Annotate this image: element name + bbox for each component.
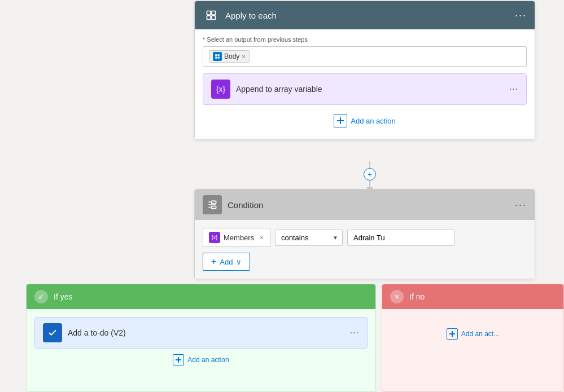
append-array-title: Append to array variable xyxy=(236,85,509,94)
add-action-label: Add an action xyxy=(351,117,396,125)
branch-no-add-action-row: Add an act... xyxy=(390,328,556,340)
branch-no-close-icon: × xyxy=(390,290,404,303)
branch-yes-add-action-row: Add an action xyxy=(34,354,368,365)
body-tag-text: Body xyxy=(224,52,239,60)
connector-plus-button[interactable]: + xyxy=(364,168,376,180)
branch-yes: ✓ If yes Add a to-do (V2) ··· xyxy=(26,284,376,392)
apply-to-each-icon xyxy=(203,7,220,24)
members-tag: {x} Members × xyxy=(203,228,270,247)
condition-menu[interactable]: ··· xyxy=(515,199,527,211)
append-array-action: {x} Append to array variable ··· xyxy=(203,73,527,105)
add-action-row: Add an action xyxy=(203,114,527,130)
branch-no-add-action-button[interactable]: Add an act... xyxy=(447,328,499,340)
apply-to-each-menu[interactable]: ··· xyxy=(515,10,527,21)
svg-rect-10 xyxy=(211,201,216,203)
field-label: * Select an output from previous steps xyxy=(203,36,527,43)
svg-rect-4 xyxy=(215,54,217,56)
branch-no-body: Add an act... xyxy=(382,309,563,347)
apply-to-each-card: Apply to each ··· * Select an output fro… xyxy=(194,1,535,139)
branch-no: × If no Add an act... xyxy=(382,284,564,392)
body-tag-icon xyxy=(213,52,222,61)
add-condition-icon: + xyxy=(211,257,216,267)
branch-yes-body: Add a to-do (V2) ··· Add an action xyxy=(27,309,375,373)
branch-no-header: × If no xyxy=(382,284,563,309)
condition-body: {x} Members × contains equals starts wit… xyxy=(195,220,535,279)
add-condition-button[interactable]: + Add ∨ xyxy=(203,253,250,271)
connector-top: + xyxy=(364,161,376,192)
branch-yes-check-icon: ✓ xyxy=(34,290,48,303)
members-tag-icon: {x} xyxy=(209,232,220,243)
add-action-icon xyxy=(334,114,347,127)
members-tag-text: Members xyxy=(224,234,254,242)
branch-no-title: If no xyxy=(409,292,425,301)
todo-action-card: Add a to-do (V2) ··· xyxy=(34,317,368,349)
svg-rect-2 xyxy=(207,16,211,20)
members-icon-label: {x} xyxy=(212,235,218,240)
condition-row: {x} Members × contains equals starts wit… xyxy=(203,228,527,247)
svg-rect-3 xyxy=(212,16,216,20)
add-condition-chevron: ∨ xyxy=(236,258,242,266)
connector-line-top xyxy=(369,161,370,168)
members-tag-close[interactable]: × xyxy=(260,234,263,241)
branch-yes-add-icon xyxy=(173,354,184,365)
condition-icon xyxy=(203,195,222,214)
svg-rect-15 xyxy=(449,333,455,334)
output-tag-input[interactable]: Body × xyxy=(203,46,527,67)
svg-rect-1 xyxy=(212,11,216,15)
body-tag-close[interactable]: × xyxy=(242,53,245,60)
apply-to-each-title: Apply to each xyxy=(225,11,515,20)
branch-yes-header: ✓ If yes xyxy=(27,284,375,309)
apply-to-each-header: Apply to each ··· xyxy=(195,1,535,29)
branch-no-add-icon xyxy=(447,328,458,340)
append-icon-label: {x} xyxy=(216,85,225,94)
branch-yes-title: If yes xyxy=(54,292,72,301)
branch-yes-add-action-button[interactable]: Add an action xyxy=(173,354,229,365)
todo-action-title: Add a to-do (V2) xyxy=(68,328,350,337)
svg-rect-9 xyxy=(337,120,344,121)
append-array-menu[interactable]: ··· xyxy=(509,84,518,94)
add-action-button[interactable]: Add an action xyxy=(334,114,396,127)
operator-select[interactable]: contains equals starts with xyxy=(275,230,343,246)
add-condition-row: + Add ∨ xyxy=(203,253,527,271)
branch-yes-add-label: Add an action xyxy=(187,356,229,364)
body-tag: Body × xyxy=(209,50,250,63)
svg-rect-6 xyxy=(215,57,217,59)
condition-value-input[interactable] xyxy=(347,230,454,246)
condition-card: Condition ··· {x} Members × contains equ… xyxy=(194,189,535,279)
todo-action-menu[interactable]: ··· xyxy=(350,328,359,338)
svg-rect-0 xyxy=(207,11,211,15)
svg-rect-5 xyxy=(218,54,220,56)
add-condition-label: Add xyxy=(220,258,233,266)
condition-header: Condition ··· xyxy=(195,190,535,220)
operator-select-wrapper: contains equals starts with ▼ xyxy=(275,230,343,246)
svg-rect-13 xyxy=(176,359,181,360)
condition-title: Condition xyxy=(228,200,515,210)
todo-icon xyxy=(43,323,62,342)
svg-rect-11 xyxy=(211,206,216,209)
apply-to-each-body: * Select an output from previous steps B… xyxy=(195,29,535,139)
connector-line-bottom xyxy=(369,180,370,187)
svg-rect-7 xyxy=(218,57,220,59)
append-array-icon: {x} xyxy=(211,80,230,99)
branch-no-add-label: Add an act... xyxy=(461,330,499,338)
